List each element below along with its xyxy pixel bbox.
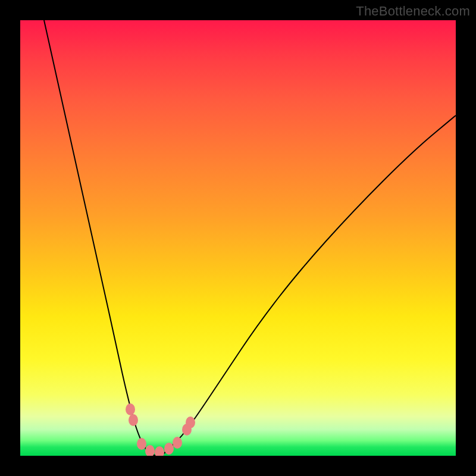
- watermark-text: TheBottleneck.com: [356, 4, 470, 19]
- curve-layer: [20, 20, 456, 456]
- plot-area: [20, 20, 456, 456]
- markers-group: [126, 403, 195, 456]
- marker-bottom-4: [164, 443, 174, 455]
- marker-left-lower: [129, 414, 138, 426]
- marker-right-upper: [186, 416, 195, 428]
- outer-frame: TheBottleneck.com: [0, 0, 476, 476]
- marker-bottom-1: [137, 438, 146, 450]
- marker-bottom-3: [155, 446, 164, 456]
- bottleneck-curve: [44, 20, 456, 456]
- marker-left-upper: [126, 403, 135, 415]
- marker-bottom-5: [173, 437, 182, 449]
- marker-bottom-2: [145, 445, 155, 456]
